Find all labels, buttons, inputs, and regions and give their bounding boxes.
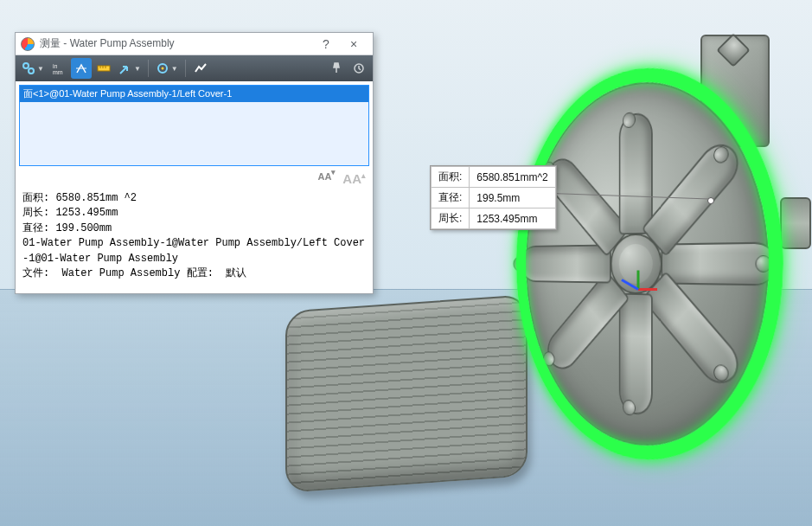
arrow-button[interactable]: ▼ bbox=[116, 58, 144, 79]
origin-triad bbox=[618, 268, 658, 308]
link-icon[interactable]: ▼ bbox=[19, 58, 47, 79]
measure-toolbar: ▼ inmm ▼ ▼ bbox=[16, 55, 373, 81]
svg-point-1 bbox=[29, 68, 34, 74]
help-button[interactable]: ? bbox=[312, 37, 340, 51]
units-button[interactable]: inmm bbox=[48, 58, 69, 79]
ruler-button[interactable] bbox=[93, 58, 114, 79]
selection-item[interactable]: 面<1>@01-Water Pump Assembly-1/Left Cover… bbox=[20, 86, 368, 102]
callout-label: 周长: bbox=[432, 208, 470, 229]
results-text: 面积: 6580.851mm ^2 周长: 1253.495mm 直径: 199… bbox=[16, 191, 373, 293]
motor-body bbox=[285, 294, 527, 493]
chart-button[interactable] bbox=[190, 58, 211, 79]
outlet-nozzle bbox=[780, 197, 811, 249]
svg-point-10 bbox=[161, 67, 163, 70]
decrease-font-button[interactable]: AA▾ bbox=[317, 171, 336, 186]
selection-highlight bbox=[516, 46, 783, 481]
callout-label: 直径: bbox=[432, 188, 470, 208]
increase-font-button[interactable]: AA▴ bbox=[342, 171, 366, 186]
leader-endpoint bbox=[707, 197, 714, 204]
measurement-callout[interactable]: 面积:6580.851mm^2直径:199.5mm周长:1253.495mm bbox=[430, 165, 557, 230]
measure-icon bbox=[21, 37, 35, 51]
svg-point-0 bbox=[23, 63, 29, 68]
svg-text:mm: mm bbox=[53, 69, 63, 75]
callout-value: 1253.495mm bbox=[470, 208, 555, 229]
dialog-title: 测量 - Water Pump Assembly bbox=[40, 36, 175, 51]
dialog-titlebar[interactable]: 测量 - Water Pump Assembly ? × bbox=[16, 33, 373, 55]
callout-value: 6580.851mm^2 bbox=[470, 167, 555, 188]
callout-value: 199.5mm bbox=[470, 188, 555, 208]
callout-label: 面积: bbox=[432, 167, 470, 188]
target-button[interactable]: ▼ bbox=[153, 58, 181, 79]
selection-list[interactable]: 面<1>@01-Water Pump Assembly-1/Left Cover… bbox=[19, 85, 369, 166]
measure-dialog[interactable]: 测量 - Water Pump Assembly ? × ▼ inmm ▼ ▼ bbox=[15, 32, 374, 294]
pin-button[interactable] bbox=[326, 58, 347, 79]
svg-rect-5 bbox=[98, 66, 110, 71]
svg-text:in: in bbox=[53, 63, 58, 69]
close-button[interactable]: × bbox=[340, 37, 368, 51]
selected-cover-face[interactable] bbox=[516, 46, 783, 481]
xyz-button[interactable] bbox=[71, 58, 92, 79]
history-button[interactable] bbox=[348, 58, 369, 79]
